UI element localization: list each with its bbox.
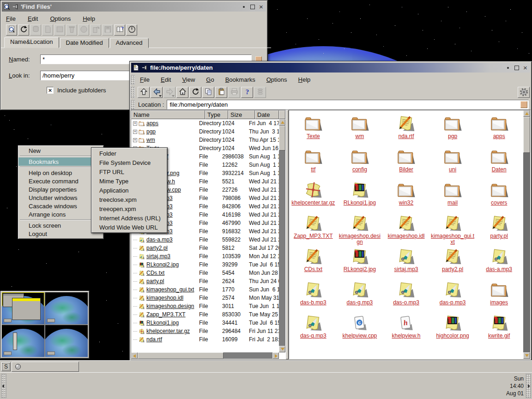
file-name-link[interactable]: das-a.mp3 bbox=[146, 236, 199, 243]
icon-item[interactable]: party2.pl bbox=[429, 246, 476, 279]
tab-name-location[interactable]: Name&Location bbox=[4, 37, 59, 48]
file-name-link[interactable]: RLkonqi2.jpg bbox=[146, 261, 199, 268]
scroll-left-arrow[interactable] bbox=[131, 352, 138, 359]
tree-vertical-scrollbar[interactable] bbox=[279, 119, 285, 352]
icon-item[interactable]: das-q.mp3 bbox=[290, 313, 337, 346]
icon-item[interactable]: mail bbox=[429, 180, 476, 213]
reload-icon-button[interactable] bbox=[18, 24, 29, 36]
table-row[interactable]: RLkonqi2.jpgFile39299Tue Jul 6 15: bbox=[132, 260, 285, 269]
table-row[interactable]: +appsDirectory1024Fri Jun 4 17:2 bbox=[132, 119, 285, 127]
column-header-size[interactable]: Size bbox=[228, 110, 255, 119]
submenu-item-folder[interactable]: Folder bbox=[92, 149, 167, 158]
plus-box-icon[interactable]: + bbox=[133, 130, 137, 134]
file-name-link[interactable]: nda.rtf bbox=[146, 336, 199, 343]
panel-clock[interactable]: Sun 14:40 Aug 01 bbox=[506, 375, 524, 397]
expander-icon[interactable]: + bbox=[132, 130, 138, 134]
menu-item-bookmarks[interactable]: Bookmarks▸ bbox=[18, 157, 103, 166]
file-name-link[interactable]: kimageshop.design bbox=[146, 303, 199, 309]
submenu-item-mime-type[interactable]: Mime Type bbox=[92, 176, 167, 186]
table-row[interactable]: kimageshop.designFile3011Tue Jun 1 15 bbox=[132, 302, 285, 310]
menu-file[interactable]: File bbox=[140, 76, 150, 83]
panel-handle-left[interactable] bbox=[1, 374, 6, 398]
menu-edit[interactable]: Edit bbox=[161, 76, 171, 83]
pager-desktop-2[interactable] bbox=[45, 292, 88, 324]
menu-go[interactable]: Go bbox=[206, 76, 214, 83]
toolbar-handle[interactable] bbox=[130, 86, 135, 98]
menu-item-unclutter-windows[interactable]: Unclutter windows bbox=[18, 193, 103, 202]
menu-file[interactable]: File bbox=[6, 15, 16, 22]
menu-edit[interactable]: Edit bbox=[28, 15, 38, 22]
file-name-link[interactable]: party2.pl bbox=[146, 245, 199, 251]
tree-horizontal-scrollbar[interactable] bbox=[131, 352, 279, 359]
table-row[interactable]: kimageshop.idlFile2574Mon May 31 1 bbox=[132, 294, 285, 302]
icon-item[interactable]: win32 bbox=[383, 180, 429, 213]
shade-button[interactable] bbox=[504, 64, 511, 71]
icon-item[interactable]: Bilder bbox=[383, 146, 429, 180]
icon-item[interactable]: kimageshop.design bbox=[337, 213, 383, 246]
expander-icon[interactable]: + bbox=[132, 121, 138, 126]
icon-item[interactable]: covers bbox=[476, 180, 522, 213]
scroll-right-arrow[interactable] bbox=[272, 352, 279, 359]
icon-item[interactable]: hkhelpview.h bbox=[383, 313, 429, 346]
location-input[interactable] bbox=[169, 101, 519, 108]
file-name-link[interactable]: khelpcenter.tar.gz bbox=[146, 328, 199, 334]
submenu-item-file-system-device[interactable]: File System Device bbox=[92, 158, 167, 167]
find-files-titlebar[interactable]: 'Find Files' × bbox=[2, 2, 266, 12]
icon-item[interactable]: das-b.mp3 bbox=[290, 279, 337, 313]
icon-item[interactable]: kwrite.gif bbox=[476, 313, 522, 346]
table-row[interactable]: party.plFile2624Thu Jun 24 01 bbox=[132, 277, 285, 285]
submenu-item-treeclose-xpm[interactable]: treeclose.xpm bbox=[92, 195, 167, 204]
pager-desktop-4[interactable] bbox=[45, 325, 88, 357]
icon-item[interactable]: das-p.mp3 bbox=[429, 279, 476, 313]
maximize-button[interactable] bbox=[249, 3, 256, 10]
menu-help[interactable]: Help bbox=[83, 15, 95, 22]
file-name-link[interactable]: kimageshop_gui.txt bbox=[146, 286, 199, 293]
icon-item[interactable]: wm bbox=[337, 113, 383, 146]
tab-date-modified[interactable]: Date Modified bbox=[60, 38, 109, 48]
file-manager-titlebar[interactable]: file:/home/perry/daten × bbox=[131, 63, 530, 73]
file-name-link[interactable]: party.pl bbox=[146, 278, 199, 284]
icon-item[interactable]: ckhelpview.cpp bbox=[337, 313, 383, 346]
file-name-link[interactable]: apps bbox=[146, 120, 199, 127]
table-row[interactable]: kimageshop_gui.txtFile1770Sun Jun 6 14 bbox=[132, 285, 285, 294]
maximize-button[interactable] bbox=[513, 64, 520, 71]
icon-item[interactable]: khelpcenter.tar.gz bbox=[290, 180, 337, 213]
menu-item-display-properties[interactable]: Display properties bbox=[18, 185, 103, 193]
file-name-link[interactable]: wm bbox=[146, 137, 199, 143]
menu-options[interactable]: Options bbox=[266, 76, 287, 83]
scroll-up-arrow[interactable] bbox=[523, 110, 530, 117]
close-button[interactable]: × bbox=[258, 3, 265, 10]
sticky-pin-icon[interactable] bbox=[12, 3, 19, 10]
file-name-link[interactable]: CDs.txt bbox=[146, 270, 199, 276]
menu-view[interactable]: View bbox=[182, 76, 195, 83]
icon-item[interactable]: CDs.txt bbox=[290, 246, 337, 279]
submenu-item-treeopen-xpm[interactable]: treeopen.xpm bbox=[92, 204, 167, 213]
helpbook-icon-button[interactable]: ? bbox=[114, 24, 125, 36]
table-row[interactable]: CDs.txtFile5454Mon Jun 28 2 bbox=[132, 269, 285, 277]
scroll-down-arrow[interactable] bbox=[279, 346, 285, 352]
close-button[interactable]: × bbox=[522, 64, 529, 71]
menu-help[interactable]: Help bbox=[298, 76, 311, 83]
icon-item[interactable]: nda.rtf bbox=[383, 113, 429, 146]
paste-icon-button[interactable] bbox=[215, 87, 227, 98]
back-icon-button[interactable] bbox=[151, 87, 163, 98]
table-row[interactable]: +wmDirectory1024Thu Apr 15 17 bbox=[132, 136, 285, 144]
table-row[interactable]: khelpcenter.tar.gzFile296484Fri Jun 11 2… bbox=[132, 327, 285, 335]
icon-item[interactable]: Texte bbox=[290, 113, 337, 146]
scrollbar-thumb[interactable] bbox=[279, 126, 285, 151]
task-button[interactable] bbox=[12, 362, 79, 372]
home-icon-button[interactable] bbox=[176, 87, 188, 98]
tab-advanced[interactable]: Advanced bbox=[110, 38, 149, 48]
table-row[interactable]: RLkonqi1.jpgFile34441Tue Jul 6 15: bbox=[132, 319, 285, 327]
icon-item[interactable]: Daten bbox=[476, 146, 522, 180]
submenu-item-ftp-url[interactable]: FTP URL bbox=[92, 167, 167, 176]
column-header-type[interactable]: Type bbox=[205, 110, 228, 119]
icon-item[interactable]: config bbox=[337, 146, 383, 180]
pager-window[interactable] bbox=[0, 290, 90, 359]
table-row[interactable]: party2.plFile5812Sat Jul 17 20: bbox=[132, 244, 285, 252]
copy-icon-button[interactable] bbox=[202, 87, 214, 98]
icon-item[interactable]: das-g.mp3 bbox=[337, 279, 383, 313]
locationbar-handle[interactable] bbox=[130, 100, 135, 109]
icon-item[interactable]: das-o.mp3 bbox=[383, 279, 429, 313]
menu-item-lock-screen[interactable]: Lock screen bbox=[18, 221, 103, 230]
